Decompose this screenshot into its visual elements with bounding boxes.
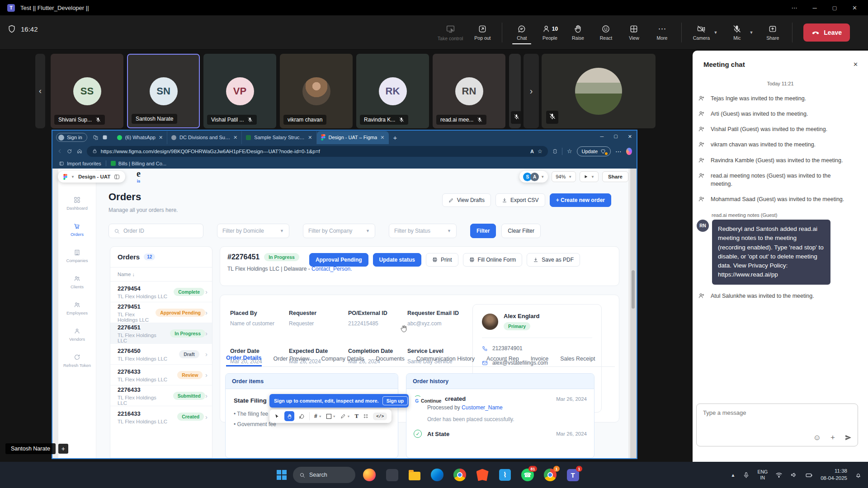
tab-close-icon[interactable]: ✕ xyxy=(380,135,384,141)
share-button[interactable]: Share xyxy=(764,24,781,41)
view-button[interactable]: View xyxy=(625,24,642,41)
participant-tile-partial[interactable] xyxy=(509,54,521,128)
participant-tile[interactable]: RN read.ai mee... xyxy=(433,54,505,128)
column-header-name[interactable]: Name ↓ xyxy=(110,267,212,282)
participant-tile[interactable]: VP Vishal Patil ... xyxy=(203,54,276,128)
emoji-icon[interactable]: ☺ xyxy=(813,433,821,442)
print-button[interactable]: Print xyxy=(426,253,458,267)
battery-icon[interactable] xyxy=(805,471,813,479)
browser-tab-dc-divisions[interactable]: DC Divisions and Surroundings✕ xyxy=(167,131,242,144)
approval-pending-button[interactable]: Approval Pending xyxy=(309,253,368,267)
close-icon[interactable]: ✕ xyxy=(852,5,857,11)
teams-icon[interactable]: T1 xyxy=(566,468,580,482)
mic-options-chevron[interactable]: ▼ xyxy=(749,30,753,35)
back-icon[interactable] xyxy=(57,148,62,155)
chevron-right-icon[interactable]: › xyxy=(205,309,208,316)
new-tab-button[interactable]: + xyxy=(393,134,397,141)
bookmark-bills[interactable]: Bills | Billing and Co... xyxy=(111,161,166,166)
wifi-icon[interactable] xyxy=(775,471,783,479)
chrome-profile-icon[interactable]: 1 xyxy=(543,468,557,482)
tab-close-icon[interactable]: ✕ xyxy=(308,135,312,141)
more-button[interactable]: ⋯ More xyxy=(653,24,670,41)
tray-mic-icon[interactable] xyxy=(743,472,750,479)
order-row[interactable]: 2276433TL Flex Holdings LLCReview› xyxy=(110,365,212,385)
brave-icon[interactable] xyxy=(476,468,489,482)
order-row[interactable]: 2279451TL Flex Holdings LLCApproval Pend… xyxy=(110,302,212,323)
tab-invoice[interactable]: Invoice xyxy=(531,356,549,366)
edge-icon[interactable] xyxy=(430,468,444,482)
export-csv-button[interactable]: Export CSV xyxy=(495,193,545,207)
camera-button[interactable]: Camera xyxy=(693,24,710,41)
participant-tile[interactable]: SS Shivani Sup... xyxy=(51,54,123,128)
order-row[interactable]: 2276433TL Flex Holdings LLCSubmitted› xyxy=(110,385,212,406)
participant-tile-active-speaker[interactable]: SN Santosh Narate xyxy=(127,54,200,128)
order-row[interactable]: 2279454TL Flex Holdings LLCComplete› xyxy=(110,282,212,302)
order-id-search[interactable] xyxy=(108,224,203,238)
tray-chevron-icon[interactable]: ▲ xyxy=(731,473,736,478)
browser-minimize-icon[interactable]: ─ xyxy=(600,134,604,140)
chevron-right-icon[interactable]: › xyxy=(205,329,208,337)
sidebar-item-orders[interactable]: Orders xyxy=(71,223,84,237)
fill-online-form-button[interactable]: Fill Online Form xyxy=(463,253,523,267)
browser-profile-button[interactable]: Sign in xyxy=(56,133,87,142)
chrome-icon[interactable] xyxy=(453,468,467,482)
language-indicator[interactable]: ENGIN xyxy=(757,469,768,480)
browser-close-icon[interactable]: ✕ xyxy=(628,134,632,140)
maximize-icon[interactable]: ▢ xyxy=(832,5,837,11)
bookmark-import-favorites[interactable]: Import favorites xyxy=(59,161,101,166)
tab-documents[interactable]: Documents xyxy=(376,356,405,366)
create-new-order-button[interactable]: + Create new order xyxy=(550,193,611,207)
chat-button[interactable]: Chat xyxy=(513,24,530,41)
order-row-selected[interactable]: 2276451TL Flex Holdings LLCIn Progress› xyxy=(110,323,212,344)
sidebar-item-employees[interactable]: Employees xyxy=(66,301,88,315)
sidebar-item-clients[interactable]: Clients xyxy=(71,275,84,289)
react-button[interactable]: React xyxy=(597,24,614,41)
browser-maximize-icon[interactable]: ▢ xyxy=(613,134,618,140)
dev-mode-toggle[interactable]: </> xyxy=(373,413,387,420)
next-participants-button[interactable]: › xyxy=(524,54,539,128)
chevron-right-icon[interactable]: › xyxy=(205,392,208,399)
mic-button[interactable]: Mic xyxy=(728,24,745,41)
favorite-star-icon[interactable]: ☆ xyxy=(538,148,542,155)
participant-tile-self[interactable] xyxy=(542,54,656,128)
firefox-icon[interactable] xyxy=(363,468,376,482)
chat-input[interactable]: Type a message ☺ ＋ xyxy=(696,404,858,446)
whatsapp-icon[interactable]: ☎81 xyxy=(521,468,534,482)
update-status-button[interactable]: Update status xyxy=(373,253,421,267)
present-button[interactable]: ▼ xyxy=(580,171,599,182)
chevron-right-icon[interactable]: › xyxy=(205,413,208,421)
scrollbar-track[interactable] xyxy=(630,169,637,458)
home-icon[interactable] xyxy=(77,148,82,155)
comment-tool-icon[interactable] xyxy=(299,413,305,419)
send-icon[interactable] xyxy=(844,434,852,441)
frame-tool[interactable]: #▼ xyxy=(314,413,322,419)
order-id-input[interactable] xyxy=(123,228,191,234)
tab-sales-receipt[interactable]: Sales Receipt xyxy=(560,356,595,366)
customer-name-link[interactable]: Customer_Name xyxy=(462,404,503,411)
app-icon[interactable] xyxy=(385,468,399,482)
participant-tile[interactable]: vikram chavan xyxy=(280,54,353,128)
hand-tool-selected-icon[interactable] xyxy=(284,411,294,421)
leave-button[interactable]: Leave xyxy=(803,23,850,42)
filter-status-select[interactable]: Filter by Status▼ xyxy=(389,224,457,238)
collaborator-avatar[interactable]: A xyxy=(530,173,539,181)
google-continue-button[interactable]: G Continue xyxy=(411,397,445,405)
sidebar-item-vendors[interactable]: Vendors xyxy=(69,328,85,342)
contact-person-link[interactable]: Contact_Person. xyxy=(311,266,352,272)
pen-tool[interactable]: ▼ xyxy=(340,413,350,419)
text-tool[interactable]: T xyxy=(355,413,359,420)
chevron-down-icon[interactable]: ▼ xyxy=(71,175,75,179)
tab-close-icon[interactable]: ✕ xyxy=(159,135,163,141)
clock[interactable]: 11:3808-04-2025 xyxy=(821,468,847,482)
order-row[interactable]: 2276450TL Flex Holdings LLCDraft› xyxy=(110,344,212,365)
chevron-right-icon[interactable]: › xyxy=(205,371,208,379)
sidebar-item-companies[interactable]: Companies xyxy=(66,249,88,263)
browser-tab-whatsapp[interactable]: (6) WhatsApp✕ xyxy=(113,131,167,144)
people-button[interactable]: 10 People xyxy=(541,24,558,41)
refresh-icon[interactable] xyxy=(67,148,72,155)
chevron-right-icon[interactable]: › xyxy=(205,350,208,358)
tab-company-details[interactable]: Company Details xyxy=(321,356,364,366)
volume-icon[interactable] xyxy=(790,471,797,479)
attach-plus-icon[interactable]: ＋ xyxy=(829,433,836,442)
move-tool-icon[interactable] xyxy=(274,413,280,419)
